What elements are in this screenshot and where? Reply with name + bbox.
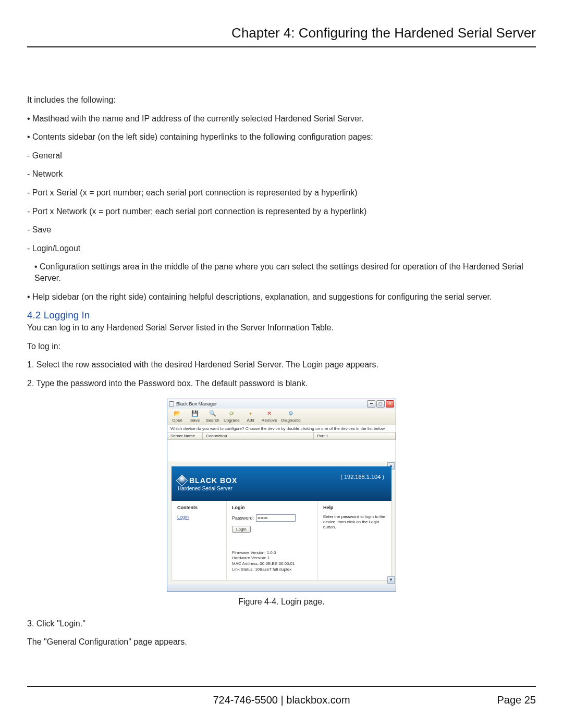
toolbar-remove[interactable]: ✕Remove: [262, 410, 277, 423]
body-p2: To log in:: [27, 341, 536, 352]
brand-diamond-icon: [176, 475, 188, 487]
help-text: Enter the password to login to the devic…: [323, 514, 386, 530]
maximize-button[interactable]: ▢: [376, 400, 385, 408]
body-item: - Login/Logout: [27, 243, 536, 254]
brand-subtitle: Hardened Serial Server: [178, 486, 386, 491]
diagnostic-icon: ⚙: [287, 410, 295, 417]
remove-icon: ✕: [266, 410, 273, 417]
login-heading: Login: [232, 505, 312, 510]
password-label: Password:: [232, 515, 254, 521]
app-icon: [169, 401, 174, 406]
page-footer: 724-746-5500 | blackbox.com Page 25: [27, 686, 536, 706]
toolbar-upgrade[interactable]: ⟳Upgrade: [224, 410, 240, 423]
lower-pane: ▲ BLACK BOX Hardened Serial Server ( 192…: [167, 462, 396, 585]
app-window: Black Box Manager ━ ▢ ✕ 📂Open 💾Save 🔍Sea…: [167, 399, 396, 592]
body-item: • Masthead with the name and IP address …: [27, 113, 536, 125]
body-item: - General: [27, 150, 536, 162]
body-item: • Configuration settings area in the mid…: [27, 261, 536, 283]
footer-contact: 724-746-5500 | blackbox.com: [27, 694, 536, 706]
status-bar: [167, 585, 396, 591]
hardware-version: Hardware Version: 1: [232, 556, 312, 561]
masthead-banner: BLACK BOX Hardened Serial Server ( 192.1…: [172, 466, 391, 501]
add-icon: ＋: [247, 410, 254, 417]
body-step2: 2. Type the password into the Password b…: [27, 378, 536, 389]
minimize-button[interactable]: ━: [367, 400, 375, 408]
col-port1[interactable]: Port 1: [314, 433, 396, 439]
section-heading-logging-in: 4.2 Logging In: [27, 310, 536, 321]
login-panel: Login Password: ••••••• Login Firmware V…: [227, 501, 318, 580]
body-step3: 3. Click "Login.": [27, 618, 536, 630]
toolbar-search[interactable]: 🔍Search: [206, 410, 219, 423]
intro-line: It includes the following:: [27, 94, 536, 106]
close-button[interactable]: ✕: [386, 400, 394, 408]
help-sidebar: Help Enter the password to login to the …: [318, 501, 391, 580]
body-p1: You can log in to any Hardened Serial Se…: [27, 322, 536, 334]
search-icon: 🔍: [209, 410, 216, 417]
toolbar-add[interactable]: ＋Add: [244, 410, 258, 423]
body-item: - Port x Network (x = port number; each …: [27, 206, 536, 217]
scroll-down-button[interactable]: ▼: [387, 576, 395, 584]
toolbar: 📂Open 💾Save 🔍Search ⟳Upgrade ＋Add ✕Remov…: [167, 409, 396, 425]
brand-name: BLACK BOX: [189, 476, 237, 485]
upgrade-icon: ⟳: [228, 410, 235, 417]
body-item: - Port x Serial (x = port number; each s…: [27, 187, 536, 199]
firmware-version: Firmware Version: 1.0.0: [232, 550, 312, 556]
toolbar-diagnostic[interactable]: ⚙Diagnostic: [281, 410, 300, 423]
window-title: Black Box Manager: [176, 401, 217, 406]
grid-body-empty[interactable]: [167, 440, 396, 462]
link-status: Link Status: 10BaseT full duplex: [232, 567, 312, 573]
body-item: • Help sidebar (on the right side) conta…: [27, 291, 536, 303]
figure-caption: Figure 4-4. Login page.: [167, 597, 396, 607]
body-item: • Contents sidebar (on the left side) co…: [27, 131, 536, 143]
chapter-title: Chapter 4: Configuring the Hardened Seri…: [27, 25, 536, 47]
window-titlebar[interactable]: Black Box Manager ━ ▢ ✕: [167, 399, 396, 409]
banner-ip-address: ( 192.168.1.104 ): [340, 474, 384, 480]
body-item: - Network: [27, 168, 536, 180]
body-item: - Save: [27, 224, 536, 236]
login-button[interactable]: Login: [232, 526, 251, 533]
grid-header: Server Name Connection Port 1: [167, 433, 396, 440]
mac-address: MAC Address: 00:0E:BE:00:00:01: [232, 561, 312, 567]
body-p3: The "General Configuration" page appears…: [27, 636, 536, 648]
toolbar-save[interactable]: 💾Save: [188, 410, 202, 423]
toolbar-open[interactable]: 📂Open: [170, 410, 184, 423]
hint-bar: Which device do you want to configure? C…: [167, 425, 396, 433]
contents-heading: Contents: [177, 505, 221, 510]
col-server-name[interactable]: Server Name: [167, 433, 203, 439]
save-icon: 💾: [191, 410, 199, 417]
contents-sidebar: Contents Login: [172, 501, 227, 580]
col-connection[interactable]: Connection: [203, 433, 314, 439]
folder-open-icon: 📂: [174, 410, 181, 417]
password-input[interactable]: •••••••: [256, 514, 296, 522]
contents-link-login[interactable]: Login: [177, 514, 189, 520]
help-heading: Help: [323, 505, 386, 510]
body-step1: 1. Select the row associated with the de…: [27, 359, 536, 371]
